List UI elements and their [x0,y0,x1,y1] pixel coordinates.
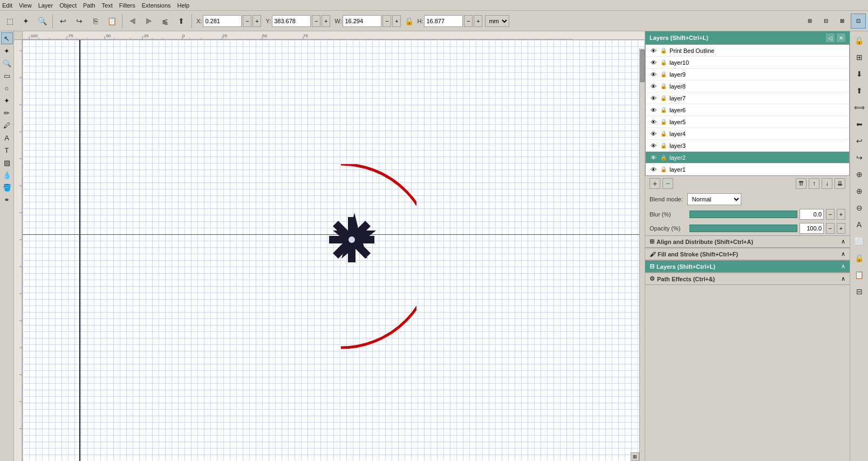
fr-export-btn[interactable]: ⬆ [851,83,867,99]
layer-item-2[interactable]: 👁🔒layer9 [646,69,849,80]
layer-item-8[interactable]: 👁🔒layer3 [646,140,849,152]
node-tool-btn[interactable]: ✦ [18,13,33,29]
star-tool[interactable]: ✦ [1,94,13,106]
star-shape[interactable] [322,210,387,275]
ellipse-tool[interactable]: ○ [1,82,13,94]
opacity-slider[interactable] [689,225,797,232]
fill-stroke-header[interactable]: 🖌 Fill and Stroke (Shift+Ctrl+F) ∧ [645,248,850,260]
opacity-value[interactable] [799,223,824,234]
layer-move-down-btn[interactable]: ↓ [822,178,832,189]
align-top-btn[interactable]: ⬆ [174,13,189,29]
connector-tool[interactable]: ⚭ [1,194,13,206]
blur-slider[interactable] [689,211,797,218]
layer-item-10[interactable]: 👁🔒layer1 [646,164,849,175]
fr-lock-all-btn[interactable]: 🔒 [851,250,867,266]
snap-btn-2[interactable]: ⊟ [818,13,833,29]
opacity-increase-btn[interactable]: + [837,223,845,234]
fr-xml-btn[interactable]: ⊞ [851,49,867,65]
select-tool-btn[interactable]: ⬚ [2,13,17,29]
layer-eye-icon-8[interactable]: 👁 [649,143,658,149]
menu-filters[interactable]: Filters [119,2,135,9]
fr-zoom-fit-btn[interactable]: ⊕ [851,166,867,182]
layer-item-4[interactable]: 👁🔒layer7 [646,92,849,104]
align-left-btn[interactable]: ⫷ [125,13,140,29]
snap-btn-3[interactable]: ⊠ [835,13,850,29]
eyedropper-tool[interactable]: 💧 [1,169,13,181]
y-decrease-btn[interactable]: − [312,15,320,27]
fr-import-btn[interactable]: ⬇ [851,66,867,82]
paste-btn[interactable]: 📋 [104,13,119,29]
layer-lock-icon-8[interactable]: 🔒 [660,143,667,148]
layer-eye-icon-5[interactable]: 👁 [649,107,658,113]
menu-edit[interactable]: Edit [2,2,12,9]
fr-text-size-btn[interactable]: A [851,216,867,233]
zoom-tool[interactable]: 🔍 [1,57,13,69]
calligraphy-tool[interactable]: A [1,132,13,144]
blur-increase-btn[interactable]: + [837,209,845,220]
scroll-thumb[interactable] [640,50,645,82]
layer-lock-icon-2[interactable]: 🔒 [660,71,667,77]
scroll-indicator[interactable] [639,49,645,461]
layer-item-6[interactable]: 👁🔒layer5 [646,116,849,128]
layer-lock-icon-4[interactable]: 🔒 [660,95,667,101]
layer-eye-icon-1[interactable]: 👁 [649,59,658,66]
fr-align-btn[interactable]: ⟺ [851,99,867,116]
paint-bucket-tool[interactable]: 🪣 [1,181,13,193]
unit-select[interactable]: mm px in cm [485,15,509,27]
rectangle-tool[interactable]: ▭ [1,70,13,82]
fr-redo-btn[interactable]: ↪ [851,150,867,166]
blur-decrease-btn[interactable]: − [826,209,835,220]
canvas-area[interactable]: -100 -75 -50 -25 0 25 50 75 [14,31,645,461]
layer-move-top-btn[interactable]: ⇈ [796,178,807,189]
gradient-tool[interactable]: ▨ [1,157,13,168]
remove-layer-btn[interactable]: − [662,178,673,189]
h-decrease-btn[interactable]: − [464,15,473,27]
layer-eye-icon-3[interactable]: 👁 [649,83,658,90]
fr-fill-btn[interactable]: ⬅ [851,116,867,132]
menu-text[interactable]: Text [102,2,113,9]
layer-lock-icon-5[interactable]: 🔒 [660,107,667,113]
layer-eye-icon-9[interactable]: 👁 [649,154,658,161]
fr-snap-btn[interactable]: 🔒 [851,32,867,49]
layer-eye-icon-10[interactable]: 👁 [649,166,658,173]
fr-object-btn[interactable]: ⬜ [851,233,867,249]
menu-help[interactable]: Help [177,2,190,9]
text-tool[interactable]: T [1,144,13,156]
menu-path[interactable]: Path [83,2,95,9]
w-decrease-btn[interactable]: − [382,15,391,27]
layer-item-7[interactable]: 👁🔒layer4 [646,128,849,140]
align-right-btn[interactable]: ⫹ [158,13,173,29]
h-increase-btn[interactable]: + [474,15,482,27]
add-layer-btn[interactable]: + [650,178,660,189]
y-increase-btn[interactable]: + [322,15,330,27]
x-decrease-btn[interactable]: − [243,15,251,27]
menu-view[interactable]: View [19,2,32,9]
snap-btn-1[interactable]: ⊞ [802,13,817,29]
lock-proportions-icon[interactable]: 🔒 [404,14,414,28]
fr-layers-btn[interactable]: ⊟ [851,283,867,300]
layer-lock-icon-0[interactable]: 🔒 [660,48,667,53]
layer-lock-icon-7[interactable]: 🔒 [660,131,667,137]
resize-handle[interactable]: ⊞ [631,452,639,461]
snap-btn-4[interactable]: ⊡ [851,13,866,29]
pen-tool[interactable]: 🖊 [1,119,13,131]
layers-collapsible-header[interactable]: ⊟ Layers (Shift+Ctrl+L) ∧ [645,261,850,273]
layer-move-up-btn[interactable]: ↑ [809,178,819,189]
layer-eye-icon-4[interactable]: 👁 [649,95,658,101]
layer-eye-icon-2[interactable]: 👁 [649,71,658,78]
layer-move-bottom-btn[interactable]: ⇊ [835,178,845,189]
h-input[interactable] [424,15,463,27]
menu-object[interactable]: Object [59,2,77,9]
layer-item-9[interactable]: 👁🔒layer2 [646,152,849,164]
layer-eye-icon-7[interactable]: 👁 [649,131,658,137]
layer-lock-icon-9[interactable]: 🔒 [660,154,667,160]
layer-eye-icon-6[interactable]: 👁 [649,119,658,125]
y-input[interactable] [272,15,311,27]
node-tool[interactable]: ✦ [1,45,13,57]
fr-zoom-out-btn[interactable]: ⊖ [851,200,867,216]
selector-tool[interactable]: ↖ [1,32,13,44]
panel-undock-btn[interactable]: ◁ [826,33,835,42]
fr-undo-btn[interactable]: ↩ [851,133,867,149]
copy-btn[interactable]: ⎘ [88,13,103,29]
menu-layer[interactable]: Layer [38,2,53,9]
